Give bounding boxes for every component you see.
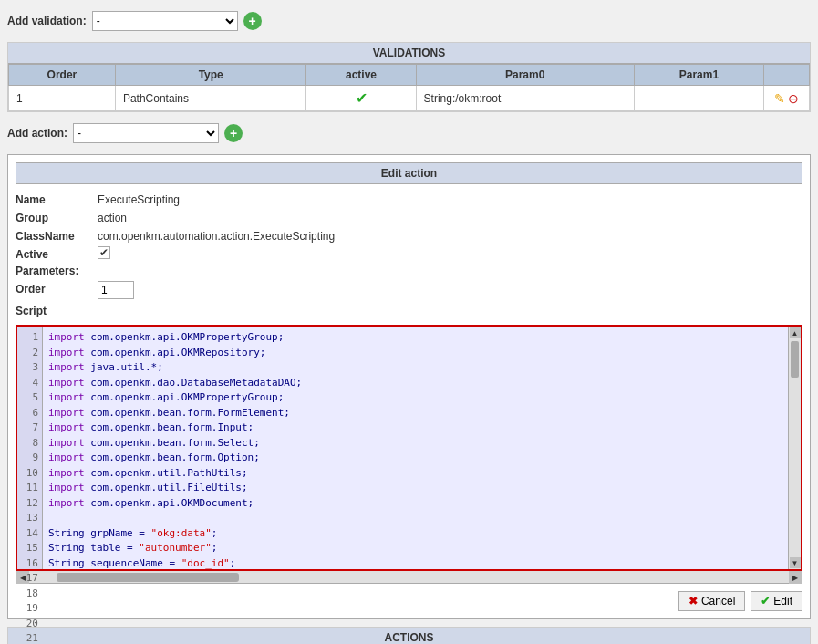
vertical-scrollbar[interactable]: ▲ ▼: [788, 327, 801, 569]
group-row: Group action: [16, 210, 802, 224]
add-action-button[interactable]: +: [224, 124, 243, 142]
row-order: 1: [9, 86, 116, 111]
active-checkbox[interactable]: ✔: [98, 246, 110, 259]
group-label: Group: [16, 210, 98, 224]
name-label: Name: [16, 192, 98, 206]
add-validation-button[interactable]: +: [243, 12, 262, 30]
code-textarea[interactable]: import com.openkm.api.OKMPropertyGroup; …: [43, 327, 788, 569]
add-validation-select[interactable]: -: [92, 11, 238, 31]
script-label: Script: [16, 303, 98, 317]
hscroll-thumb: [57, 573, 239, 582]
classname-value: com.openkm.automation.action.ExecuteScri…: [98, 228, 335, 243]
edit-check-icon: ✔: [761, 595, 770, 608]
row-active: ✔: [306, 86, 416, 111]
add-action-row: Add action: - +: [7, 119, 811, 147]
group-value: action: [98, 210, 127, 224]
actions-header: ACTIONS: [8, 628, 810, 644]
add-validation-label: Add validation:: [7, 15, 87, 27]
cancel-button[interactable]: ✖ Cancel: [678, 591, 745, 611]
active-row: Active ✔: [16, 246, 802, 261]
col-type: Type: [115, 65, 306, 86]
row-param1: [634, 86, 763, 111]
edit-action-panel: Edit action Name ExecuteScripting Group …: [7, 154, 811, 619]
col-actions-h: [764, 65, 810, 86]
main-container: Add validation: - + VALIDATIONS Order Ty…: [0, 0, 818, 644]
add-action-select[interactable]: -: [73, 123, 219, 143]
edit-label: Edit: [773, 595, 792, 608]
add-validation-row: Add validation: - +: [7, 7, 811, 35]
classname-label: ClassName: [16, 228, 98, 243]
active-label: Active: [16, 246, 98, 261]
order-label: Order: [16, 281, 98, 296]
horizontal-scrollbar-row: ◀ ▶: [16, 571, 802, 584]
order-row: Order: [16, 281, 802, 299]
col-param1: Param1: [634, 65, 763, 86]
order-input[interactable]: [98, 281, 134, 299]
script-row: Script 123456789101112131415161718192021…: [16, 303, 802, 584]
col-order: Order: [9, 65, 116, 86]
cancel-icon: ✖: [689, 595, 698, 608]
edit-icon[interactable]: ✎: [774, 91, 785, 106]
name-value: ExecuteScripting: [98, 192, 180, 206]
line-numbers: 1234567891011121314151617181920212223242…: [17, 327, 43, 569]
actions-section: ACTIONS Order Type active Param0 Param1 …: [7, 627, 811, 644]
row-param0: String:/okm:root: [416, 86, 634, 111]
action-buttons: ✖ Cancel ✔ Edit: [16, 591, 802, 611]
validations-header: VALIDATIONS: [8, 43, 810, 64]
hscroll-right[interactable]: ▶: [789, 571, 802, 584]
edit-button[interactable]: ✔ Edit: [751, 591, 802, 611]
row-edit-delete: ✎ ⊖: [764, 86, 810, 111]
edit-action-header: Edit action: [16, 162, 802, 184]
name-row: Name ExecuteScripting: [16, 192, 802, 206]
code-editor[interactable]: 1234567891011121314151617181920212223242…: [16, 325, 802, 571]
table-row: 1 PathContains ✔ String:/okm:root ✎ ⊖: [9, 86, 810, 111]
row-type: PathContains: [115, 86, 306, 111]
col-param0: Param0: [416, 65, 634, 86]
validations-section: VALIDATIONS Order Type active Param0 Par…: [7, 42, 811, 112]
delete-icon[interactable]: ⊖: [788, 91, 799, 106]
parameters-label: Parameters:: [16, 265, 802, 277]
hscroll-track[interactable]: [29, 571, 789, 583]
classname-row: ClassName com.openkm.automation.action.E…: [16, 228, 802, 243]
add-action-label: Add action:: [7, 127, 67, 140]
validations-table: Order Type active Param0 Param1 1 PathCo…: [8, 64, 810, 111]
cancel-label: Cancel: [701, 595, 735, 608]
col-active: active: [306, 65, 416, 86]
